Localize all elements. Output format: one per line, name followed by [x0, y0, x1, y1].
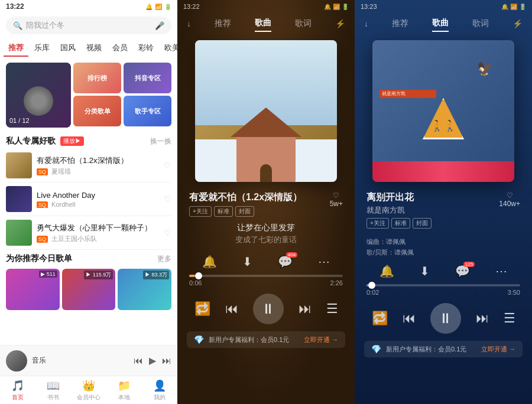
battery-icon-2: 🔋: [342, 4, 349, 10]
song-heart-1[interactable]: ♡: [164, 161, 171, 170]
song-item-1[interactable]: 有爱就不怕（1.2x深情版） SQ 夏瑶瑶 ♡: [6, 149, 171, 183]
nav-tab-video[interactable]: 视频: [82, 40, 106, 57]
playlist-item-1[interactable]: ▶ 511: [6, 269, 60, 322]
comment-count: 404: [286, 252, 297, 258]
pause-icon-3: ⏸: [439, 310, 453, 327]
nav-recommend-3[interactable]: 推荐: [392, 16, 408, 31]
song-heart-2[interactable]: ♡: [164, 194, 171, 204]
vip-action-2[interactable]: 立即开通 →: [304, 335, 338, 344]
nav-tab-guofeng[interactable]: 国风: [56, 40, 80, 57]
pause-button-2[interactable]: ⏸: [253, 294, 284, 324]
nav-tab-ringtone[interactable]: 彩铃: [134, 40, 158, 57]
bell-action-3[interactable]: 🔔: [379, 264, 394, 278]
birds-icon: 🦅: [477, 61, 493, 77]
progress-bar-2[interactable]: [189, 275, 343, 277]
progress-thumb-3[interactable]: [368, 282, 375, 289]
download-action[interactable]: ⬇: [242, 255, 252, 269]
banner-main[interactable]: 01 / 12: [6, 63, 71, 128]
nav-recommend-2[interactable]: 推荐: [215, 16, 231, 31]
banner-category[interactable]: 分类歌单: [73, 96, 121, 126]
nav-books[interactable]: 📖 书书: [35, 376, 71, 404]
banner-text: 就是南方凯: [382, 91, 434, 97]
back-button-2[interactable]: ↓: [187, 17, 191, 31]
heart-count-2[interactable]: ♡ 5w+: [330, 191, 343, 208]
song-item-2[interactable]: Live Another Day SQ Kordhell ♡: [6, 183, 171, 216]
play-count-3: ▶ 83.3万: [143, 271, 169, 279]
nav-lyrics-2[interactable]: 歌词: [295, 16, 312, 31]
nav-song-3[interactable]: 歌曲: [432, 15, 449, 32]
panel-player-blue: 13:23 🔔 📶 🔋 ↓ 推荐 歌曲 歌词 ⚡ 🚶🚶: [355, 0, 532, 404]
status-icons-1: 🔔 📶 🔋: [145, 4, 171, 10]
search-input[interactable]: 陪我过个冬: [26, 20, 151, 31]
song-list: 有爱就不怕（1.2x深情版） SQ 夏瑶瑶 ♡ Live Another Day…: [0, 149, 177, 250]
live-badge[interactable]: 播放▶: [60, 136, 84, 146]
prev-button-2[interactable]: ⏮: [225, 301, 238, 317]
playlist-button-3[interactable]: ☰: [504, 311, 515, 326]
prev-button-3[interactable]: ⏮: [403, 311, 416, 326]
playlist-item-2[interactable]: ▶ 115.9万: [62, 269, 116, 322]
repeat-button-3[interactable]: 🔁: [372, 311, 388, 326]
nav-tabs: 推荐 乐库 国风 视频 会员 彩铃 欧美: [0, 38, 177, 59]
repeat-button-2[interactable]: 🔁: [194, 301, 210, 317]
more-action-3[interactable]: ⋯: [495, 264, 507, 278]
next-button-3[interactable]: ⏭: [476, 311, 489, 326]
nav-mine[interactable]: 👤 我的: [142, 376, 177, 404]
nav-vip-label: 会员中心: [77, 393, 100, 402]
playlist-item-3[interactable]: ▶ 83.3万: [118, 269, 171, 322]
nav-tab-vip[interactable]: 会员: [108, 40, 132, 57]
vip-banner-3: 💎 新用户专属福利：会员0.1元 立即开通 →: [364, 341, 523, 357]
shuffle-action[interactable]: 换一换: [150, 136, 171, 146]
voice-icon[interactable]: 🎤: [155, 21, 164, 30]
comment-action[interactable]: 💬 404: [278, 255, 293, 269]
nav-local[interactable]: 📁 本地: [106, 376, 142, 404]
progress-times-2: 0:06 2:26: [189, 279, 343, 286]
progress-thumb-2[interactable]: [195, 272, 202, 279]
share-button-3[interactable]: ⚡: [512, 17, 523, 31]
pause-button-3[interactable]: ⏸: [430, 303, 461, 334]
private-section-header: 私人专属好歌 播放▶ 换一换: [0, 132, 177, 149]
bell-action[interactable]: 🔔: [202, 255, 217, 269]
nav-song-2[interactable]: 歌曲: [255, 15, 271, 32]
banner-artist[interactable]: 歌手专区: [124, 96, 171, 126]
play-count-1: ▶ 511: [39, 271, 57, 278]
share-button-2[interactable]: ⚡: [335, 17, 345, 31]
mini-prev-icon[interactable]: ⏮: [134, 356, 143, 366]
song-title-block-3: 离别开出花 就是南方凯 +关注 标准 封面: [366, 191, 432, 229]
nav-tab-western[interactable]: 欧美: [160, 40, 177, 57]
nav-tab-library[interactable]: 乐库: [30, 40, 54, 57]
playlist-more[interactable]: 更多: [157, 254, 171, 264]
song-heart-3[interactable]: ♡: [164, 228, 171, 237]
search-bar[interactable]: 🔍 陪我过个冬 🎤: [6, 17, 171, 34]
lyric-1: 让梦在心里发芽: [189, 223, 343, 233]
lyrics-preview-2[interactable]: 让梦在心里发芽 变成了七彩的童话: [177, 220, 355, 251]
mini-player[interactable]: 音乐 ⏮ ▶ ⏭: [0, 345, 177, 376]
tag-follow-3[interactable]: +关注: [366, 218, 389, 229]
nav-lyrics-3[interactable]: 歌词: [472, 16, 489, 31]
playlist-button-2[interactable]: ☰: [326, 301, 338, 317]
download-action-3[interactable]: ⬇: [420, 264, 430, 278]
comment-action-3[interactable]: 💬 125: [455, 264, 470, 278]
next-button-2[interactable]: ⏭: [299, 301, 312, 317]
song-item-3[interactable]: 勇气大爆发（心里种下一颗种子） SQ 土豆王国小乐队 ♡: [6, 216, 171, 250]
sq-badge-2: SQ: [37, 201, 48, 208]
nav-home[interactable]: 🎵 首页: [0, 376, 35, 404]
playlist-grid: ▶ 511 ▶ 115.9万 ▶ 83.3万: [6, 269, 171, 322]
tag-follow-2[interactable]: +关注: [189, 206, 212, 217]
banner-tiktok[interactable]: 抖音专区: [124, 63, 171, 93]
pause-icon-2: ⏸: [261, 301, 275, 317]
song-thumb-3: [6, 220, 32, 246]
more-action[interactable]: ⋯: [318, 255, 330, 269]
banner-rank[interactable]: 排行榜: [73, 63, 121, 93]
comment-count-3: 125: [463, 262, 475, 267]
nav-vip-center[interactable]: 👑 会员中心: [71, 376, 106, 404]
back-button-3[interactable]: ↓: [364, 17, 368, 31]
nav-tab-recommend[interactable]: 推荐: [4, 40, 28, 57]
song-meta-1: SQ 夏瑶瑶: [37, 167, 159, 176]
vip-action-3[interactable]: 立即开通 →: [481, 345, 515, 354]
mini-play-icon[interactable]: ▶: [149, 355, 156, 366]
playlist-header: 为你推荐今日歌单 更多: [6, 253, 171, 266]
tag-row-3: +关注 标准 封面: [366, 218, 432, 229]
mini-next-icon[interactable]: ⏭: [162, 356, 171, 366]
heart-count-3[interactable]: ♡ 140w+: [499, 191, 520, 208]
progress-bar-3[interactable]: [366, 284, 520, 286]
